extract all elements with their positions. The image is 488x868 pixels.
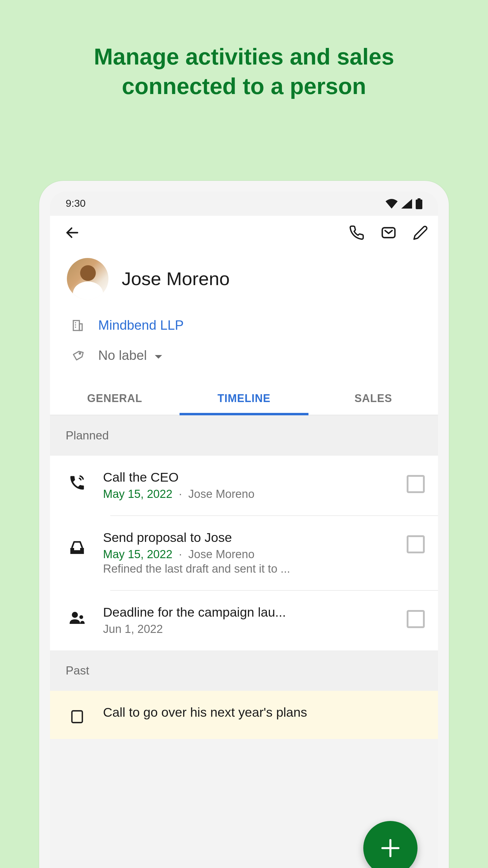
device-frame: 9:30 — [39, 181, 449, 868]
activity-note: Refined the last draft and sent it to ..… — [103, 562, 392, 576]
pencil-icon — [413, 225, 428, 241]
avatar[interactable] — [67, 258, 108, 300]
mail-icon — [380, 224, 397, 241]
marketing-headline: Manage activities and sales connected to… — [0, 0, 488, 102]
signal-icon — [401, 199, 412, 209]
activity-checkbox[interactable] — [407, 535, 425, 553]
contact-name: Jose Moreno — [122, 268, 230, 290]
note-icon — [66, 705, 89, 724]
activity-title: Send proposal to Jose — [103, 530, 392, 546]
call-button[interactable] — [349, 225, 364, 243]
label-selector[interactable]: No label — [67, 341, 421, 371]
status-time: 9:30 — [66, 198, 86, 210]
fab-add-button[interactable] — [363, 821, 418, 868]
tag-icon — [70, 349, 85, 362]
past-activity-row[interactable]: Call to go over his next year's plans — [50, 691, 438, 739]
section-past-header: Past — [50, 650, 438, 691]
phone-call-icon — [66, 470, 89, 492]
wifi-icon — [386, 199, 398, 209]
plus-icon — [378, 836, 402, 860]
svg-rect-0 — [416, 199, 422, 209]
activity-title: Call the CEO — [103, 470, 392, 485]
battery-icon — [416, 198, 422, 209]
status-icons — [386, 198, 422, 209]
activity-checkbox[interactable] — [407, 610, 425, 628]
label-text: No label — [98, 348, 147, 363]
activity-checkbox[interactable] — [407, 475, 425, 493]
people-icon — [66, 605, 89, 627]
app-header: Jose Moreno Mindbend LLP No label — [50, 216, 438, 383]
screen: 9:30 — [50, 192, 438, 868]
planned-list: Call the CEO May 15, 2022 · Jose Moreno … — [50, 456, 438, 650]
activity-row[interactable]: Call the CEO May 15, 2022 · Jose Moreno — [50, 456, 438, 516]
building-icon — [70, 319, 85, 332]
tab-sales[interactable]: SALES — [309, 383, 438, 415]
svg-rect-12 — [72, 711, 83, 723]
activity-title: Call to go over his next year's plans — [103, 705, 425, 720]
inbox-icon — [66, 530, 89, 557]
section-planned-header: Planned — [50, 415, 438, 456]
tab-bar: GENERAL TIMELINE SALES — [50, 383, 438, 415]
company-link[interactable]: Mindbend LLP — [98, 318, 184, 333]
svg-rect-4 — [73, 321, 79, 331]
svg-point-11 — [79, 615, 84, 619]
phone-icon — [349, 225, 364, 241]
svg-rect-5 — [79, 324, 82, 331]
activity-meta: Jun 1, 2022 — [103, 623, 392, 636]
edit-button[interactable] — [413, 225, 428, 243]
email-button[interactable] — [380, 224, 397, 244]
activity-meta: May 15, 2022 · Jose Moreno — [103, 548, 392, 561]
chevron-down-icon — [154, 351, 163, 362]
activity-meta: May 15, 2022 · Jose Moreno — [103, 488, 392, 501]
tab-timeline[interactable]: TIMELINE — [179, 383, 308, 415]
activity-title: Deadline for the campaign lau... — [103, 605, 392, 620]
svg-rect-1 — [418, 198, 421, 200]
svg-point-10 — [72, 612, 78, 618]
status-bar: 9:30 — [50, 192, 438, 216]
tab-general[interactable]: GENERAL — [50, 383, 179, 415]
back-button[interactable] — [60, 220, 85, 248]
activity-row[interactable]: Send proposal to Jose May 15, 2022 · Jos… — [50, 516, 438, 590]
arrow-left-icon — [64, 225, 80, 241]
svg-point-9 — [79, 352, 80, 354]
activity-row[interactable]: Deadline for the campaign lau... Jun 1, … — [50, 591, 438, 650]
